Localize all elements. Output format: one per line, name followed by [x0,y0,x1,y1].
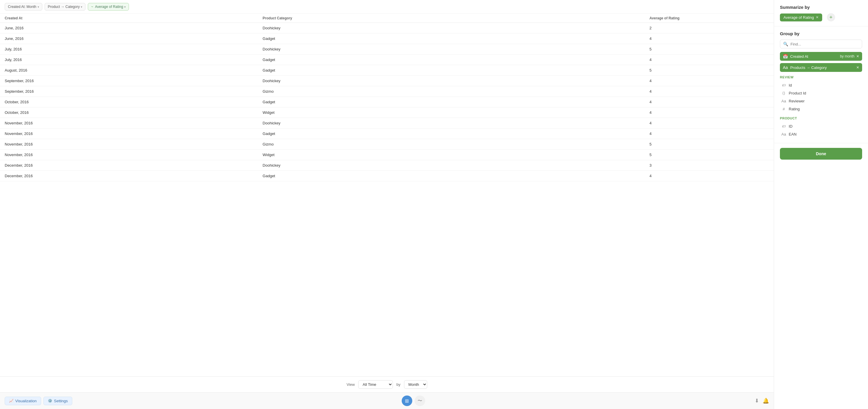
chip1-chevron: ▾ [38,5,39,8]
right-panel: Summarize by Average of Rating ✕ + Group… [774,0,868,409]
group-search-input[interactable] [790,42,859,46]
cell-date: September, 2016 [0,86,258,97]
products-category-group-chip[interactable]: Aa Products → Category ✕ [780,63,862,72]
view-time-select[interactable]: All Time Last 30 Days Last 7 Days [358,380,393,389]
summarize-title: Summarize by [780,5,862,10]
field-reviewer[interactable]: Aa Reviewer [780,97,862,105]
cell-rating: 5 [645,44,774,55]
created-at-filter-chip[interactable]: Created At: Month ▾ [5,3,42,10]
cell-date: July, 2016 [0,55,258,65]
products-chip-right: ✕ [856,65,859,70]
cell-date: December, 2016 [0,171,258,181]
view-bar: View All Time Last 30 Days Last 7 Days b… [0,376,774,392]
number-icon: # [781,107,786,111]
bell-icon[interactable]: 🔔 [763,398,769,404]
cell-date: August, 2016 [0,65,258,76]
field-rating[interactable]: # Rating [780,105,862,113]
created-at-chip-close[interactable]: ✕ [856,54,859,58]
field-reviewer-label: Reviewer [789,99,805,103]
summarize-section: Summarize by Average of Rating ✕ + [774,0,868,26]
cell-category: Widget [258,150,645,160]
done-button[interactable]: Done [780,148,862,160]
by-label: by [396,382,401,387]
products-chip-left: Aa Products → Category [783,65,827,70]
filter-bar: Created At: Month ▾ Product → Category ▾… [0,0,774,14]
download-icon[interactable]: ⬇ [755,398,759,404]
search-icon: 🔍 [783,42,788,46]
cell-rating: 4 [645,76,774,86]
summarize-chip[interactable]: Average of Rating ✕ [780,13,822,22]
cell-rating: 4 [645,33,774,44]
field-ean-label: EAN [789,132,797,136]
product-section-title: PRODUCT [780,116,862,120]
visualization-label: Visualization [15,399,37,403]
cell-date: June, 2016 [0,33,258,44]
settings-label: Settings [54,399,68,403]
settings-button[interactable]: ⚙️ Settings [43,397,72,405]
cell-category: Doohickey [258,118,645,129]
field-product-id-label: Product Id [789,91,806,95]
products-chip-close[interactable]: ✕ [856,65,859,70]
group-search-bar: 🔍 [780,40,862,48]
table-row: October, 2016 Widget 4 [0,107,774,118]
cell-category: Widget [258,107,645,118]
cell-category: Doohickey [258,44,645,55]
product-category-filter-chip[interactable]: Product → Category ▾ [44,3,86,10]
cell-rating: 4 [645,107,774,118]
table-row: August, 2016 Gadget 5 [0,65,774,76]
field-product-ID[interactable]: 🏷 ID [780,122,862,130]
table-row: December, 2016 Gadget 4 [0,171,774,181]
products-chip-label: Products → Category [790,65,827,70]
cell-category: Gizmo [258,86,645,97]
table-row: July, 2016 Gadget 4 [0,55,774,65]
field-ean[interactable]: Aa EAN [780,130,862,138]
footer-center-toggles: ⊞ 〜 [402,396,425,406]
tilde-icon: ~ [91,5,93,9]
add-summarize-button[interactable]: + [827,13,835,22]
summarize-chip-label: Average of Rating [783,15,814,20]
settings-icon: ⚙️ [48,399,52,403]
footer-right-icons: ⬇ 🔔 [755,398,769,404]
cell-date: June, 2016 [0,23,258,33]
field-rating-label: Rating [789,107,800,111]
table-row: November, 2016 Gadget 4 [0,129,774,139]
field-id[interactable]: 🏷 Id [780,81,862,89]
visualization-button[interactable]: 📈 Visualization [5,397,41,405]
chip1-label: Created At: Month [8,5,36,9]
created-at-group-chip[interactable]: 📅 Created At by month ✕ [780,52,862,61]
cell-date: October, 2016 [0,97,258,107]
cell-category: Gadget [258,33,645,44]
avg-rating-filter-chip[interactable]: ~ Average of Rating ▾ [88,3,129,10]
cell-rating: 3 [645,160,774,171]
data-table: Created At Product Category Average of R… [0,14,774,181]
field-product-id[interactable]: ⟨⟩ Product Id [780,89,862,97]
created-at-chip-label: Created At [790,54,808,59]
cell-rating: 4 [645,171,774,181]
cell-rating: 5 [645,65,774,76]
chip3-chevron: ▾ [124,5,126,8]
table-row: September, 2016 Gizmo 4 [0,86,774,97]
calendar-icon: 📅 [783,54,788,59]
footer-toolbar: 📈 Visualization ⚙️ Settings ⊞ 〜 ⬇ 🔔 [0,392,774,409]
col-header-category: Product Category [258,14,645,23]
footer-left-buttons: 📈 Visualization ⚙️ Settings [5,397,72,405]
cell-category: Gadget [258,65,645,76]
field-id-label: Id [789,83,792,88]
created-at-chip-left: 📅 Created At [783,54,808,59]
group-by-section: Group by 🔍 📅 Created At by month ✕ [774,26,868,143]
product-tag-icon: 🏷 [781,124,786,129]
table-row: October, 2016 Gadget 4 [0,97,774,107]
summarize-chip-close[interactable]: ✕ [816,15,819,20]
table-row: June, 2016 Gadget 4 [0,33,774,44]
cell-date: November, 2016 [0,118,258,129]
cell-rating: 2 [645,23,774,33]
view-label: View [346,382,355,387]
view-month-select[interactable]: Month Week Day Year [404,380,427,389]
table-row: November, 2016 Doohickey 4 [0,118,774,129]
col-header-date: Created At [0,14,258,23]
cell-category: Doohickey [258,23,645,33]
table-view-toggle[interactable]: ⊞ [402,396,412,406]
field-product-ID-label: ID [789,124,793,129]
share-icon: ⟨⟩ [781,91,786,95]
chart-view-toggle[interactable]: 〜 [414,396,425,406]
